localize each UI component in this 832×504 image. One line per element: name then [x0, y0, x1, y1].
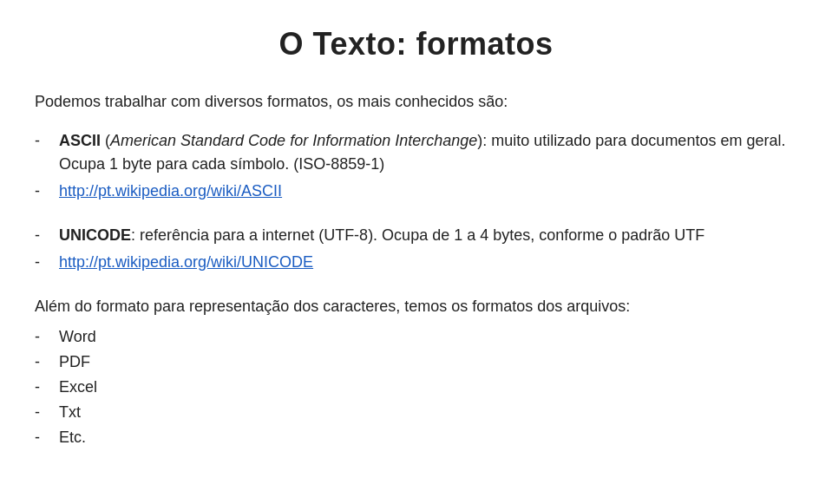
unicode-item: - UNICODE: referência para a internet (U… — [35, 224, 797, 247]
ascii-link-item: - http://pt.wikipedia.org/wiki/ASCII — [35, 180, 797, 203]
excel-label: Excel — [59, 376, 797, 399]
unicode-link-item: - http://pt.wikipedia.org/wiki/UNICODE — [35, 251, 797, 274]
list-item-excel: - Excel — [35, 376, 797, 399]
ascii-link-dash: - — [35, 180, 59, 203]
file-formats-list: - Word - PDF - Excel - Txt - Etc. — [35, 325, 797, 449]
ascii-item: - ASCII (American Standard Code for Info… — [35, 129, 797, 176]
list-item-txt: - Txt — [35, 401, 797, 424]
word-dash: - — [35, 325, 59, 349]
txt-dash: - — [35, 401, 59, 424]
unicode-section: - UNICODE: referência para a internet (U… — [35, 224, 797, 274]
unicode-content: UNICODE: referência para a internet (UTF… — [59, 224, 797, 247]
ascii-link-content[interactable]: http://pt.wikipedia.org/wiki/ASCII — [59, 180, 797, 203]
unicode-link[interactable]: http://pt.wikipedia.org/wiki/UNICODE — [59, 253, 313, 271]
etc-label: Etc. — [59, 426, 797, 449]
file-formats-intro: Além do formato para representação dos c… — [35, 295, 797, 318]
unicode-dash: - — [35, 224, 59, 247]
pdf-dash: - — [35, 350, 59, 374]
ascii-link[interactable]: http://pt.wikipedia.org/wiki/ASCII — [59, 182, 282, 200]
excel-dash: - — [35, 376, 59, 399]
list-item-word: - Word — [35, 325, 797, 349]
list-item-etc: - Etc. — [35, 426, 797, 449]
word-label: Word — [59, 325, 797, 349]
list-item-pdf: - PDF — [35, 350, 797, 374]
ascii-content: ASCII (American Standard Code for Inform… — [59, 129, 797, 176]
page-title: O Texto: formatos — [35, 26, 797, 62]
intro-paragraph: Podemos trabalhar com diversos formatos,… — [35, 90, 797, 114]
ascii-dash: - — [35, 129, 59, 153]
pdf-label: PDF — [59, 350, 797, 374]
unicode-link-content[interactable]: http://pt.wikipedia.org/wiki/UNICODE — [59, 251, 797, 274]
ascii-section: - ASCII (American Standard Code for Info… — [35, 129, 797, 203]
etc-dash: - — [35, 426, 59, 449]
unicode-link-dash: - — [35, 251, 59, 274]
txt-label: Txt — [59, 401, 797, 424]
